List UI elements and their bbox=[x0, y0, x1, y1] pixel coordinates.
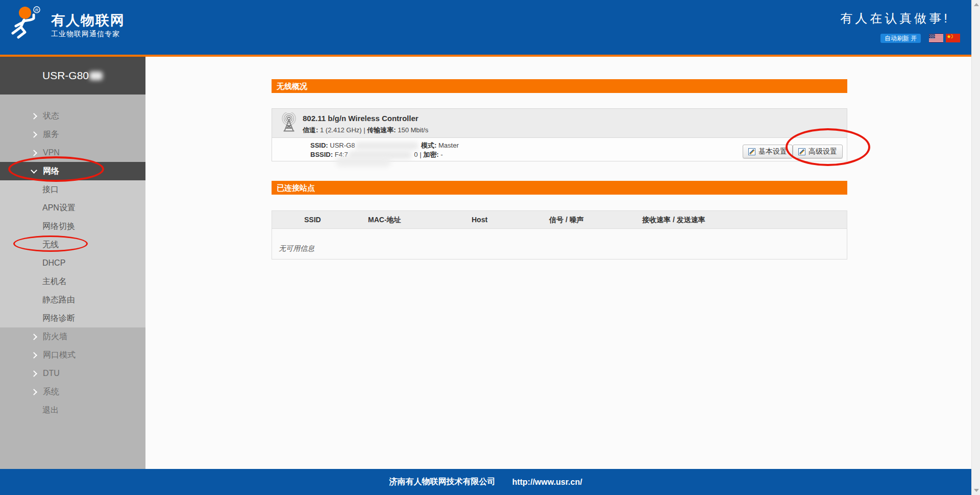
stations-table-header: SSID MAC-地址 Host 信号 / 噪声 接收速率 / 发送速率 bbox=[272, 210, 847, 229]
wireless-overview-header: 无线概况 bbox=[272, 79, 847, 93]
footer-company: 济南有人物联网技术有限公司 bbox=[389, 477, 495, 487]
sidebar-item-wireless[interactable]: 无线 bbox=[0, 235, 145, 254]
sidebar-item-apn-settings[interactable]: APN设置 bbox=[0, 199, 145, 217]
chevron-right-icon bbox=[31, 131, 37, 138]
col-host: Host bbox=[472, 216, 487, 224]
usr-logo-icon: R bbox=[8, 5, 45, 41]
advanced-settings-button[interactable]: 高级设置 bbox=[793, 145, 843, 158]
ssid-line: SSID: USR-G8 模式: Master bbox=[310, 141, 459, 150]
sidebar-item-network-diagnostics[interactable]: 网络诊断 bbox=[0, 309, 145, 327]
stations-table: SSID MAC-地址 Host 信号 / 噪声 接收速率 / 发送速率 无可用… bbox=[272, 210, 847, 260]
brand-tagline: 工业物联网通信专家 bbox=[51, 30, 120, 39]
device-title: USR-G80 bbox=[0, 57, 145, 95]
cn-flag-icon[interactable] bbox=[946, 34, 960, 42]
blurred-text bbox=[336, 156, 391, 167]
antenna-icon bbox=[278, 112, 300, 134]
wireless-device-row: 802.11 b/g/n Wireless Controller 信道: 1 (… bbox=[272, 109, 847, 138]
header-slogan: 有人在认真做事! bbox=[840, 10, 950, 27]
scrollbar[interactable] bbox=[971, 0, 980, 495]
wireless-controller-title: 802.11 b/g/n Wireless Controller bbox=[303, 114, 419, 123]
brand-name: 有人物联网 bbox=[51, 11, 125, 30]
sidebar: USR-G80 状态 服务 VPN 网络 接口 APN设置 网络切换 无线 bbox=[0, 57, 145, 469]
col-rx-tx-rate: 接收速率 / 发送速率 bbox=[642, 216, 705, 225]
sidebar-item-static-routes[interactable]: 静态路由 bbox=[0, 291, 145, 309]
chevron-right-icon bbox=[31, 389, 37, 395]
sidebar-item-logout[interactable]: 退出 bbox=[0, 401, 145, 419]
chevron-right-icon bbox=[31, 352, 37, 359]
sidebar-item-dtu[interactable]: DTU bbox=[0, 364, 145, 383]
svg-text:R: R bbox=[35, 8, 39, 13]
sidebar-item-services[interactable]: 服务 bbox=[0, 125, 145, 144]
footer-url-link[interactable]: http://www.usr.cn/ bbox=[512, 478, 582, 487]
col-ssid: SSID bbox=[304, 216, 321, 224]
sidebar-item-firewall[interactable]: 防火墙 bbox=[0, 327, 145, 346]
blurred-text bbox=[356, 142, 418, 150]
top-header: R 有人物联网 工业物联网通信专家 有人在认真做事! 自动刷新 开 bbox=[0, 0, 971, 55]
sidebar-item-ethernet-mode[interactable]: 网口模式 bbox=[0, 346, 145, 364]
auto-refresh-toggle[interactable]: 自动刷新 开 bbox=[880, 34, 921, 43]
wireless-controller-info: 信道: 1 (2.412 GHz) | 传输速率: 150 Mbit/s bbox=[303, 126, 428, 135]
sidebar-item-vpn[interactable]: VPN bbox=[0, 144, 145, 162]
basic-settings-button[interactable]: 基本设置 bbox=[743, 145, 793, 158]
edit-icon bbox=[748, 148, 755, 155]
sidebar-item-interfaces[interactable]: 接口 bbox=[0, 180, 145, 199]
col-signal-noise: 信号 / 噪声 bbox=[549, 216, 584, 225]
chevron-down-icon bbox=[31, 167, 37, 174]
no-information-text: 无可用信息 bbox=[279, 244, 314, 253]
menu-spacer bbox=[0, 95, 145, 107]
associated-stations-header: 已连接站点 bbox=[272, 181, 847, 195]
sidebar-item-network[interactable]: 网络 bbox=[0, 162, 145, 180]
chevron-right-icon bbox=[31, 150, 37, 156]
chevron-right-icon bbox=[31, 334, 37, 340]
sidebar-item-system[interactable]: 系统 bbox=[0, 383, 145, 401]
stations-table-empty-row: 无可用信息 bbox=[272, 229, 847, 260]
us-flag-icon[interactable] bbox=[929, 34, 943, 42]
col-mac-address: MAC-地址 bbox=[368, 216, 401, 225]
blurred-text bbox=[89, 72, 103, 80]
scroll-up-arrow-icon[interactable] bbox=[974, 3, 979, 6]
scroll-down-arrow-icon[interactable] bbox=[974, 489, 979, 492]
sidebar-item-status[interactable]: 状态 bbox=[0, 107, 145, 125]
page-footer: 济南有人物联网技术有限公司 http://www.usr.cn/ bbox=[0, 469, 971, 495]
chevron-right-icon bbox=[31, 370, 37, 377]
sidebar-item-network-switch[interactable]: 网络切换 bbox=[0, 217, 145, 235]
chevron-right-icon bbox=[31, 113, 37, 120]
sidebar-item-hostname[interactable]: 主机名 bbox=[0, 272, 145, 291]
edit-icon bbox=[798, 148, 805, 155]
sidebar-item-dhcp[interactable]: DHCP bbox=[0, 254, 145, 272]
router-admin-page: R 有人物联网 工业物联网通信专家 有人在认真做事! 自动刷新 开 bbox=[0, 0, 980, 495]
